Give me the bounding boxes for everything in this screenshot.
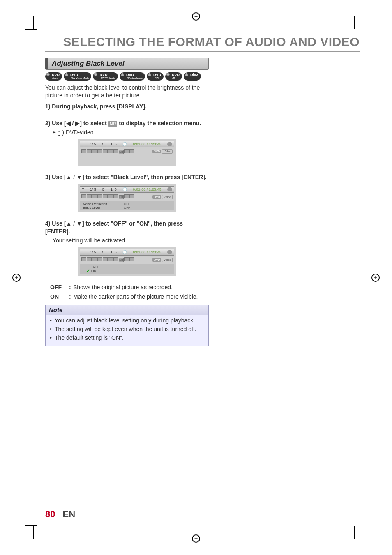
osd-screenshot-1: T 1/ 5 C 1/ 5 🕐 0:01:00 / 1:23:45 NR DVD… [78,139,176,166]
setting-on-key: ON [50,293,69,301]
osd-pill-icon [167,250,172,254]
step-3: 3) Use [▲ / ▼] to select "Black Level", … [45,173,209,181]
media-badge: DVD-R Video Mode [120,72,145,81]
crop-mark [25,29,37,30]
intro-text: You can adjust the black level to contro… [45,84,209,99]
media-badge: DVDVideo [45,72,62,81]
osd-tags: DVDVideo [152,258,173,262]
osd-t-label: T [82,142,84,146]
step-4-post: Your setting will be activated. [53,237,209,244]
osd-tag-video: Video [162,195,173,199]
crop-mark [25,525,37,526]
crop-mark [354,526,355,539]
osd-screenshot-2: T 1/ 5 C 1/ 5 🕐 0:01:00 / 1:23:45 NR DVD… [78,184,176,212]
osd-t-label: T [82,187,84,191]
osd-time: 0:01:00 / 1:23:45 [133,250,161,254]
up-down-arrows: ▲ / ▼ [66,174,82,180]
osd-title-count: 1/ 5 [90,187,96,191]
osd-title-count: 1/ 5 [90,142,96,146]
step-4: 4) Use [▲ / ▼] to select "OFF" or "ON", … [45,220,209,235]
page-lang: EN [62,509,75,519]
step-2-lead-b: ] to select [80,120,108,127]
clock-icon: 🕐 [122,250,127,254]
note-item: You can adjust black level setting only … [50,317,204,325]
osd-icon-strip: NR [81,149,135,154]
osd-c-label: C [102,187,105,191]
crop-mark [33,16,34,29]
step-2-lead-c: to display the selection menu. [117,120,201,127]
osd-tag-video: Video [162,149,173,154]
submenu-nr-value: OFF [124,202,130,206]
osd-tags: DVDVideo [152,150,173,153]
media-badge: DVD+RW [147,72,164,81]
osd-tag-dvd: DVD [152,195,161,199]
page-footer: 80EN [45,509,75,520]
registration-mark-right [371,274,380,282]
osd-pill-icon [167,142,172,146]
left-column: Adjusting Black Level DVDVideoDVD-RW Vid… [45,58,209,346]
step-1: 1) During playback, press [DISPLAY]. [45,103,209,111]
step-3-lead-a: 3) Use [ [45,174,66,180]
step-3-lead-b: ] to select "Black Level", then press [E… [82,174,207,180]
osd-icon-strip: NR [81,194,135,199]
osd-chapter-count: 1/ 5 [111,250,117,254]
osd-icon-strip: NR [81,257,135,262]
osd-submenu: Noise ReductionOFF Black LevelOFF [80,201,174,210]
osd-row-top: T 1/ 5 C 1/ 5 🕐 0:01:00 / 1:23:45 [80,249,174,256]
page-number: 80 [45,509,55,519]
osd-tags: DVDVideo [152,195,173,199]
note-body: You can adjust black level setting only … [46,315,208,342]
osd-tag-dvd: DVD [152,258,161,262]
note-title: Note [46,305,208,315]
step-2-example: e.g.) DVD-video [53,129,209,136]
osd-time: 0:01:00 / 1:23:45 [133,187,161,191]
osd-chapter-count: 1/ 5 [111,142,117,146]
osd-nr-icon: NR [119,150,124,154]
osd-time: 0:01:00 / 1:23:45 [133,142,161,146]
setting-on-row: ON : Make the darker parts of the pictur… [50,293,209,301]
registration-mark-bottom [192,534,200,543]
osd-nr-icon: NR [119,258,124,262]
clock-icon: 🕐 [122,187,127,191]
submenu-bl-value: OFF [124,206,130,210]
left-right-arrows: ◀ / ▶ [66,120,80,127]
osd-tag-video: Video [162,258,173,262]
nr-chip: NR [108,121,118,127]
osd-row-icons: NR DVDVideo [80,193,174,200]
setting-off-row: OFF : Shows the original picture as reco… [50,283,209,291]
step-1-lead: 1) During playback, press [DISPLAY]. [45,103,147,110]
crop-mark [33,526,34,539]
check-icon: ✔ [86,269,90,273]
osd-row-top: T 1/ 5 C 1/ 5 🕐 0:01:00 / 1:23:45 [80,141,174,147]
step-2: 2) Use [◀ / ▶] to select NR to display t… [45,120,209,127]
osd-chapter-count: 1/ 5 [111,187,117,191]
settings-description: OFF : Shows the original picture as reco… [50,283,209,301]
osd-pill-icon [167,187,172,191]
colon: : [69,283,73,291]
step-4-lead-a: 4) Use [ [45,220,66,227]
registration-mark-top [192,12,200,21]
clock-icon: 🕐 [122,142,127,146]
osd-row-icons: NR DVDVideo [80,256,174,263]
osd-row-top: T 1/ 5 C 1/ 5 🕐 0:01:00 / 1:23:45 [80,186,174,193]
crop-mark [354,16,355,29]
setting-off-desc: Shows the original picture as recorded. [73,283,209,291]
osd-row-icons: NR DVDVideo [80,148,174,155]
media-badge: DVD-RW Video Mode [64,72,91,81]
setting-on-desc: Make the darker parts of the picture mor… [73,293,209,301]
option-off: OFF [93,265,99,269]
media-badge: DVD-RW VR Mode [93,72,118,81]
osd-c-label: C [102,142,105,146]
page-title: SELECTING THE FORMAT OF AUDIO AND VIDEO [45,35,360,52]
page-content: SELECTING THE FORMAT OF AUDIO AND VIDEO … [45,35,360,520]
up-down-arrows: ▲ / ▼ [66,220,82,227]
media-badge: DivX [184,72,201,81]
media-badge: DVD+R [165,72,182,81]
osd-t-label: T [82,250,84,254]
option-on: ON [91,269,96,273]
osd-title-count: 1/ 5 [90,250,96,254]
osd-options: OFF ✔ON [80,264,174,274]
step-2-lead-a: 2) Use [ [45,120,66,127]
colon: : [69,293,73,301]
osd-c-label: C [102,250,105,254]
